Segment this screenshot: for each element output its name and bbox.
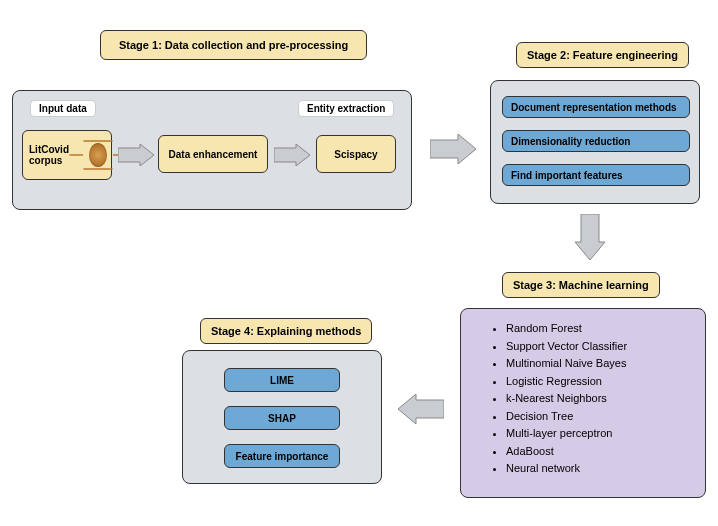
ml-item: Neural network <box>506 460 696 477</box>
svg-marker-1 <box>274 144 310 166</box>
arrow-stage3-to-stage4 <box>398 394 444 424</box>
ml-item: AdaBoost <box>506 443 696 460</box>
ml-item: Multi-layer perceptron <box>506 425 696 442</box>
stage2-title: Stage 2: Feature engineering <box>516 42 689 68</box>
stage2-item1: Document representation methods <box>502 96 690 118</box>
stage2-item2: Dimensionality reduction <box>502 130 690 152</box>
scispacy-box: Scispacy <box>316 135 396 173</box>
ml-item: Random Forest <box>506 320 696 337</box>
svg-marker-2 <box>430 134 476 164</box>
data-enhancement-box: Data enhancement <box>158 135 268 173</box>
stage2-item3: Find important features <box>502 164 690 186</box>
arrow-stage2-to-stage3 <box>575 214 605 260</box>
stage4-item3: Feature importance <box>224 444 340 468</box>
ml-item: Support Vector Classifier <box>506 338 696 355</box>
stage4-item2: SHAP <box>224 406 340 430</box>
entity-extraction-label: Entity extraction <box>298 100 394 117</box>
stage1-title: Stage 1: Data collection and pre-process… <box>100 30 367 60</box>
stage4-title: Stage 4: Explaining methods <box>200 318 372 344</box>
litcovid-box: LitCovid corpus <box>22 130 112 180</box>
svg-marker-4 <box>398 394 444 424</box>
stage4-item1: LIME <box>224 368 340 392</box>
stage3-title: Stage 3: Machine learning <box>502 272 660 298</box>
ml-item: Logistic Regression <box>506 373 696 390</box>
svg-marker-0 <box>118 144 154 166</box>
arrow-enh-to-scispacy <box>274 144 310 166</box>
arrow-stage1-to-stage2 <box>430 134 476 164</box>
input-data-label: Input data <box>30 100 96 117</box>
svg-marker-3 <box>575 214 605 260</box>
stage3-list: Random Forest Support Vector Classifier … <box>486 320 696 478</box>
arrow-litcovid-to-enh <box>118 144 154 166</box>
ml-item: k-Nearest Neighbors <box>506 390 696 407</box>
virus-icon <box>89 143 107 167</box>
ml-item: Multinomial Naive Bayes <box>506 355 696 372</box>
ml-item: Decision Tree <box>506 408 696 425</box>
litcovid-text: LitCovid corpus <box>29 144 85 166</box>
